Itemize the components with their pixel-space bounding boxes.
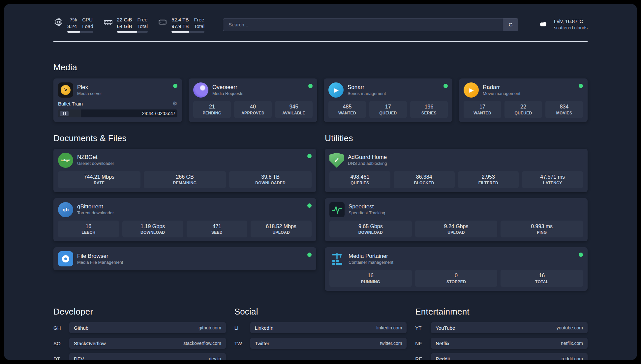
bookmark-link-youtube[interactable]: YouTube youtube.com	[431, 322, 588, 333]
stat-tile-movies: 834 MOVIES	[545, 101, 583, 118]
app-name-sonarr: Sonarr	[348, 84, 386, 91]
qbittorrent-icon: qb	[58, 202, 73, 217]
bookmark-abbr: YT	[415, 325, 426, 331]
app-card-overseerr[interactable]: Overseerr Media Requests 21 PENDING 40 A…	[189, 78, 317, 122]
ram-label-top: Free	[137, 16, 148, 23]
portainer-crane-icon	[329, 251, 345, 266]
bookmark-linkedin: LI LinkedIn linkedin.com	[234, 322, 407, 333]
bookmark-link-linkedin[interactable]: LinkedIn linkedin.com	[250, 322, 407, 333]
status-dot-sonarr	[443, 84, 448, 88]
bookmark-twitter: TW Twitter twitter.com	[234, 338, 407, 349]
ram-monitor: 22 GiB Free 64 GiB Total	[103, 16, 148, 33]
dashboard-page: 7% CPU 3.24 Load 22	[4, 4, 637, 360]
ram-total-value: 64 GiB	[117, 23, 132, 30]
section-title-entertainment: Entertainment	[415, 307, 588, 317]
stat-tile-wanted: 17 WANTED	[464, 101, 501, 118]
app-desc-overseerr: Media Requests	[212, 91, 243, 97]
hard-disk-icon	[158, 17, 168, 27]
settings-gear-icon[interactable]: ⚙	[172, 100, 177, 107]
app-card-portainer[interactable]: Media Portainer Container management 16 …	[325, 247, 588, 291]
app-card-sonarr[interactable]: ▶ Sonarr Series management 485 WANTED 17…	[324, 78, 452, 122]
app-name-adguard: AdGuard Home	[348, 154, 387, 161]
disk-label-top: Free	[194, 16, 204, 23]
bookmark-netflix: NF Netflix netflix.com	[415, 338, 588, 349]
section-title-media: Media	[53, 62, 588, 73]
weather-widget: Lviv, 16.87°C scattered clouds	[537, 18, 588, 31]
bookmark-abbr: SO	[53, 341, 65, 346]
status-dot-qbittorrent	[307, 203, 312, 208]
disk-total-value: 97.9 TB	[171, 23, 189, 30]
app-name-portainer: Media Portainer	[349, 253, 393, 260]
bookmark-abbr: DT	[53, 356, 65, 360]
bookmark-abbr: LI	[234, 325, 246, 331]
app-card-filebrowser[interactable]: File Browser Media File Management	[53, 247, 316, 270]
app-desc-speedtest: Speedtest Tracking	[349, 210, 385, 216]
app-desc-plex: Media server	[77, 91, 102, 97]
app-desc-qbittorrent: Torrent downloader	[77, 210, 114, 216]
app-name-qbittorrent: qBittorrent	[77, 203, 114, 210]
stat-tile-download: 9.65 Gbps DOWNLOAD	[329, 221, 412, 238]
ram-free-value: 22 GiB	[117, 16, 132, 23]
status-dot-filebrowser	[307, 253, 312, 257]
cpu-label-top: CPU	[82, 16, 93, 23]
app-desc-nzbget: Usenet downloader	[77, 161, 114, 167]
bookmarks-entertainment: Entertainment YT YouTube youtube.com NF …	[415, 307, 588, 360]
bookmark-link-netflix[interactable]: Netflix netflix.com	[431, 338, 588, 349]
bookmark-stackoverflow: SO StackOverflow stackoverflow.com	[53, 338, 226, 349]
app-name-filebrowser: File Browser	[77, 253, 123, 260]
stat-tile-upload: 9.24 Gbps UPLOAD	[415, 221, 498, 238]
stat-tile-queued: 22 QUEUED	[504, 101, 542, 118]
cpu-monitor: 7% CPU 3.24 Load	[53, 16, 93, 33]
app-card-adguard[interactable]: ✓ AdGuard Home DNS and adblocking 498,46…	[325, 149, 588, 192]
bookmark-link-reddit[interactable]: Reddit reddit.com	[431, 353, 588, 360]
bookmark-link-dev[interactable]: DEV dev.to	[69, 353, 226, 360]
playback-progress-bar[interactable]: 24:44 / 02:06:47	[58, 109, 177, 117]
cpu-load-value: 3.24	[67, 23, 77, 30]
stat-tile-ping: 0.993 ms PING	[501, 221, 583, 238]
stat-tile-latency: 47.571 ms LATENCY	[522, 171, 583, 188]
section-title-developer: Developer	[53, 307, 226, 317]
app-name-overseerr: Overseerr	[212, 84, 243, 91]
section-title-social: Social	[234, 307, 407, 317]
app-card-qbittorrent[interactable]: qb qBittorrent Torrent downloader 16 LEE…	[53, 198, 316, 242]
stat-tile-pending: 21 PENDING	[193, 101, 231, 118]
stat-tile-wanted: 485 WANTED	[328, 101, 366, 118]
media-section: > Plex Media server Bullet Train ⚙	[53, 78, 588, 122]
app-desc-portainer: Container management	[349, 260, 393, 265]
app-name-plex: Plex	[77, 84, 102, 91]
status-dot-portainer	[579, 253, 583, 257]
bookmark-link-github[interactable]: Github github.com	[69, 322, 226, 333]
ram-meter	[117, 31, 148, 33]
app-card-speedtest[interactable]: Speedtest Speedtest Tracking 9.65 Gbps D…	[325, 198, 588, 242]
app-desc-filebrowser: Media File Management	[77, 260, 123, 265]
weather-location: Lviv, 16.87°C	[554, 18, 588, 25]
weather-condition: scattered clouds	[554, 25, 588, 31]
bookmark-abbr: NF	[415, 341, 426, 346]
search-bar: G	[223, 18, 518, 31]
pause-icon[interactable]	[60, 111, 69, 116]
bookmark-link-stackoverflow[interactable]: StackOverflow stackoverflow.com	[69, 338, 226, 349]
disk-monitor: 52.4 TB Free 97.9 TB Total	[158, 16, 204, 33]
app-name-radarr: Radarr	[483, 84, 520, 91]
app-desc-adguard: DNS and adblocking	[348, 161, 387, 167]
app-card-radarr[interactable]: ▶ Radarr Movie management 17 WANTED 22 Q…	[459, 78, 588, 122]
search-input[interactable]	[223, 22, 503, 27]
app-card-plex[interactable]: > Plex Media server Bullet Train ⚙	[53, 78, 182, 122]
stat-tile-total: 16 TOTAL	[501, 270, 583, 287]
app-card-nzbget[interactable]: nzbget NZBGet Usenet downloader 744.21 M…	[53, 149, 316, 192]
search-engine-button[interactable]: G	[503, 18, 518, 31]
bookmarks-social: Social LI LinkedIn linkedin.com TW Twitt…	[234, 307, 407, 360]
section-title-documents: Documents & Files	[53, 133, 316, 143]
nzbget-icon: nzbget	[58, 153, 73, 168]
app-desc-radarr: Movie management	[483, 91, 520, 97]
bookmark-link-twitter[interactable]: Twitter twitter.com	[250, 338, 407, 349]
bookmark-reddit: RE Reddit reddit.com	[415, 353, 588, 360]
documents-section: Documents & Files nzbget NZBGet Usenet d…	[53, 133, 316, 297]
stat-tile-blocked: 86,384 BLOCKED	[394, 171, 455, 188]
disk-label-bottom: Total	[194, 23, 204, 30]
plex-icon: >	[58, 82, 73, 98]
speedtest-graph-icon	[329, 202, 345, 217]
utilities-section: Utilities ✓ AdGuard Home DNS and adblock…	[325, 133, 588, 297]
playback-time: 24:44 / 02:06:47	[142, 111, 175, 116]
stat-tile-filtered: 2,953 FILTERED	[458, 171, 519, 188]
